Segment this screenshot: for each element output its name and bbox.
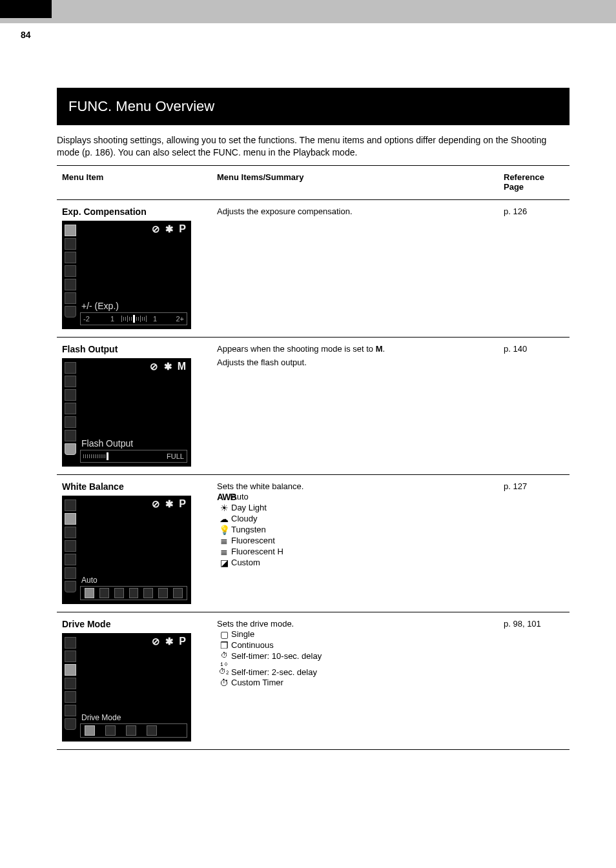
section-intro: Displays shooting settings, allowing you… xyxy=(57,134,570,159)
opt-label: Fluorescent H xyxy=(231,547,493,556)
lcd-side-icon xyxy=(65,252,76,263)
col-page: Reference Page xyxy=(498,165,570,199)
lcd-side-icon xyxy=(65,678,76,689)
lcd-side-icon xyxy=(65,225,76,236)
drive-t10-icon xyxy=(126,725,136,736)
scale-plus: 2+ xyxy=(176,315,184,323)
opt-label: Self-timer: 2-sec. delay xyxy=(231,667,493,677)
fluorescent-icon: ≣ xyxy=(217,536,231,546)
lcd-side-icon xyxy=(65,292,76,304)
func-menu-table: Menu Item Menu Items/Summary Reference P… xyxy=(57,165,570,750)
item-desc-suffix: . xyxy=(383,344,385,354)
lcd-top-right: ⊘ ✱ P xyxy=(152,223,187,235)
lcd-thumb-wb: ⊘ ✱ P Auto xyxy=(62,496,191,604)
fluorescent-h-icon: ≣ xyxy=(217,547,231,557)
drive-cont-icon xyxy=(105,725,116,736)
item-desc: Sets the white balance. xyxy=(217,481,493,491)
item-desc-prefix: Appears when the shooting mode is set to xyxy=(217,344,376,354)
drive-t2-icon xyxy=(147,725,157,736)
flash-marker xyxy=(107,452,108,460)
lcd-side-icon xyxy=(65,540,76,552)
section-title: FUNC. Menu Overview xyxy=(57,88,570,125)
page-ref: p. 140 xyxy=(498,337,570,474)
item-name: Flash Output xyxy=(62,344,207,354)
wb-fl1-icon xyxy=(143,588,153,598)
opt-label: Single xyxy=(231,629,493,639)
disp-off-icon: ⊘ xyxy=(150,361,159,372)
opt-label: Day Light xyxy=(231,503,493,512)
lcd-side-icon xyxy=(65,443,76,455)
timer-10-icon: ⏱₁₀ xyxy=(217,651,231,667)
wb-auto-icon xyxy=(85,588,94,598)
lcd-side-icon xyxy=(65,238,76,250)
col-desc: Menu Items/Summary xyxy=(212,165,498,199)
lcd-side-icon xyxy=(65,705,76,716)
item-desc: Sets the drive mode. xyxy=(217,619,493,629)
lcd-side-icon xyxy=(65,718,76,730)
lcd-label: Auto xyxy=(81,576,98,585)
lcd-side-icon xyxy=(65,403,76,414)
opt-label: Continuous xyxy=(231,640,493,650)
table-row: Drive Mode ⊘ ✱ xyxy=(57,612,570,749)
gear-icon: ✱ xyxy=(165,223,175,234)
wb-cloud-icon xyxy=(114,588,124,598)
item-desc-mode: M xyxy=(376,344,383,354)
lcd-thumb-drive: ⊘ ✱ P Drive Mode xyxy=(62,633,191,742)
lcd-side-icon xyxy=(65,637,76,649)
gear-icon: ✱ xyxy=(165,498,175,509)
table-row: Flash Output ⊘ ✱ xyxy=(57,337,570,474)
lcd-side-icon xyxy=(65,306,76,318)
scale-val: 1 xyxy=(110,315,114,323)
lcd-side-icon xyxy=(65,265,76,277)
lcd-exposure-scale: -2 1 1 2+ xyxy=(80,312,187,325)
lcd-drive-options xyxy=(80,723,187,738)
lcd-wb-options xyxy=(80,586,187,600)
bulb-icon: 💡 xyxy=(217,525,231,535)
disp-off-icon: ⊘ xyxy=(152,636,161,647)
page-ref: p. 127 xyxy=(498,474,570,612)
item-desc: Adjusts the exposure compensation. xyxy=(217,207,493,216)
lcd-flash-scale: FULL xyxy=(80,450,187,463)
lcd-side-icon xyxy=(65,651,76,662)
opt-label: Tungsten xyxy=(231,525,493,534)
opt-label: Auto xyxy=(231,492,493,501)
lcd-side-icon xyxy=(65,500,76,511)
page-ref: p. 98, 101 xyxy=(498,612,570,749)
page-body: FUNC. Menu Overview Displays shooting se… xyxy=(0,23,616,776)
thumb-tab xyxy=(0,0,52,18)
exposure-marker xyxy=(133,315,135,323)
lcd-side-icon xyxy=(65,554,76,565)
awb-icon: AWB xyxy=(217,492,231,502)
lcd-mode-letter: M xyxy=(178,361,187,372)
opt-label: Custom xyxy=(231,558,493,567)
lcd-side-icon xyxy=(65,513,76,525)
lcd-top-right: ⊘ ✱ P xyxy=(152,498,187,510)
timer-custom-icon: ⏱ xyxy=(217,678,231,688)
opt-label: Self-timer: 10-sec. delay xyxy=(231,651,493,661)
lcd-side-icon xyxy=(65,376,76,387)
wb-sun-icon xyxy=(99,588,109,598)
drive-single-icon xyxy=(85,725,95,736)
scale-val: 1 xyxy=(153,315,157,323)
lcd-side-icon xyxy=(65,279,76,290)
cloud-icon: ☁ xyxy=(217,514,231,524)
lcd-label: +/- (Exp.) xyxy=(81,301,119,311)
lcd-mode-letter: P xyxy=(179,498,187,509)
opt-label: Fluorescent xyxy=(231,536,493,545)
lcd-side-icon xyxy=(65,581,76,592)
lcd-top-right: ⊘ ✱ P xyxy=(152,636,187,647)
lcd-side-icon xyxy=(65,527,76,538)
disp-off-icon: ⊘ xyxy=(152,498,161,509)
lcd-label: Flash Output xyxy=(81,438,133,449)
lcd-thumb-flash: ⊘ ✱ M Flash Output FULL xyxy=(62,358,191,467)
table-row: White Balance ⊘ ✱ xyxy=(57,474,570,612)
lcd-top-right: ⊘ ✱ M xyxy=(150,361,187,372)
lcd-side-icon xyxy=(65,389,76,401)
lcd-side-icon xyxy=(65,567,76,579)
lcd-side-icon xyxy=(65,430,76,441)
item-name: White Balance xyxy=(62,481,207,492)
wb-cust-icon xyxy=(173,588,183,598)
lcd-side-icon xyxy=(65,664,76,676)
lcd-mode-letter: P xyxy=(179,636,187,647)
custom-wb-icon: ◪ xyxy=(217,558,231,568)
